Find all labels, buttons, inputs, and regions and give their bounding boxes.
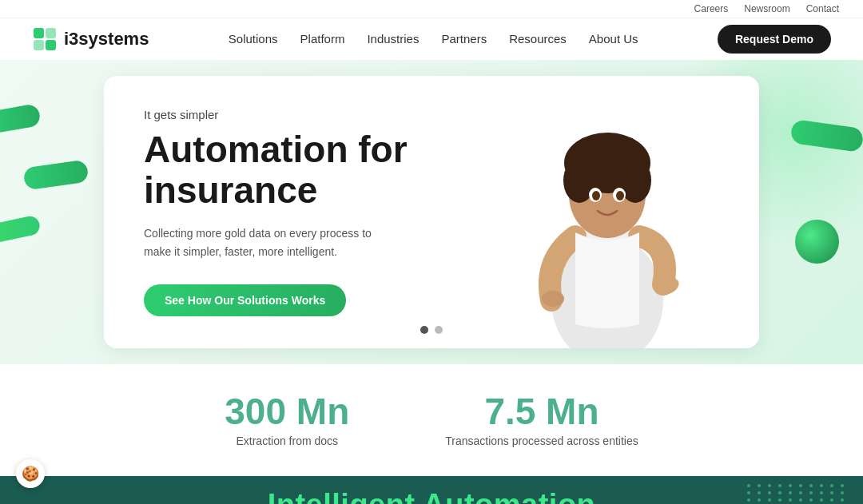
logo-icon: [32, 26, 58, 52]
hero-subtitle: It gets simpler: [144, 108, 479, 121]
svg-point-17: [592, 191, 600, 200]
nav-industries[interactable]: Industries: [367, 32, 419, 46]
cookie-badge[interactable]: 🍪: [16, 459, 45, 488]
logo-text: i3systems: [64, 29, 149, 50]
carousel-dots: [420, 326, 443, 334]
stat-label-2: Transactions processed across entities: [445, 435, 638, 447]
nav-links: Solutions Platform Industries Partners R…: [229, 32, 638, 46]
contact-link[interactable]: Contact: [806, 3, 839, 14]
blob-decoration-1: [0, 103, 42, 135]
carousel-dot-1[interactable]: [420, 326, 428, 334]
svg-rect-1: [46, 28, 56, 38]
hero-title: Automation for insurance: [144, 129, 479, 210]
svg-rect-2: [34, 40, 44, 50]
careers-link[interactable]: Careers: [694, 3, 729, 14]
svg-rect-3: [46, 40, 56, 50]
blob-decoration-4: [789, 119, 863, 153]
person-illustration: [495, 77, 719, 348]
bottom-strip-title: Intelligent Automation: [268, 488, 596, 504]
hero-description: Collecting more gold data on every proce…: [144, 224, 400, 260]
utility-bar: Careers Newsroom Contact: [0, 0, 863, 18]
hero-cta-button[interactable]: See How Our Solutions Works: [144, 284, 346, 316]
hero-section: It gets simpler Automation for insurance…: [0, 60, 863, 364]
nav-resources[interactable]: Resources: [509, 32, 567, 46]
hero-content: It gets simpler Automation for insurance…: [144, 108, 479, 316]
newsroom-link[interactable]: Newsroom: [744, 3, 789, 14]
stat-number-2: 7.5 Mn: [445, 393, 638, 430]
blob-decoration-2: [22, 160, 89, 191]
logo[interactable]: i3systems: [32, 26, 149, 52]
svg-rect-0: [34, 28, 44, 38]
bottom-strip: Intelligent Automation: [0, 476, 863, 504]
carousel-dot-2[interactable]: [435, 326, 443, 334]
stats-section: 300 Mn Extraction from docs 7.5 Mn Trans…: [0, 364, 863, 476]
request-demo-button[interactable]: Request Demo: [718, 25, 831, 54]
dot-pattern-decoration: [747, 484, 847, 504]
hero-image-area: [455, 76, 759, 348]
svg-point-19: [542, 291, 564, 307]
main-nav: i3systems Solutions Platform Industries …: [0, 18, 863, 60]
nav-about-us[interactable]: About Us: [589, 32, 638, 46]
blob-decoration-3: [0, 215, 42, 244]
svg-point-18: [616, 191, 624, 200]
hero-card: It gets simpler Automation for insurance…: [104, 76, 759, 348]
blob-decoration-5: [795, 220, 839, 264]
stat-item-2: 7.5 Mn Transactions processed across ent…: [445, 393, 638, 447]
stat-label-1: Extraction from docs: [225, 435, 349, 447]
svg-point-14: [585, 144, 630, 169]
stat-item-1: 300 Mn Extraction from docs: [225, 393, 349, 447]
nav-partners[interactable]: Partners: [441, 32, 487, 46]
nav-solutions[interactable]: Solutions: [229, 32, 278, 46]
nav-platform[interactable]: Platform: [300, 32, 345, 46]
stat-number-1: 300 Mn: [225, 393, 349, 430]
